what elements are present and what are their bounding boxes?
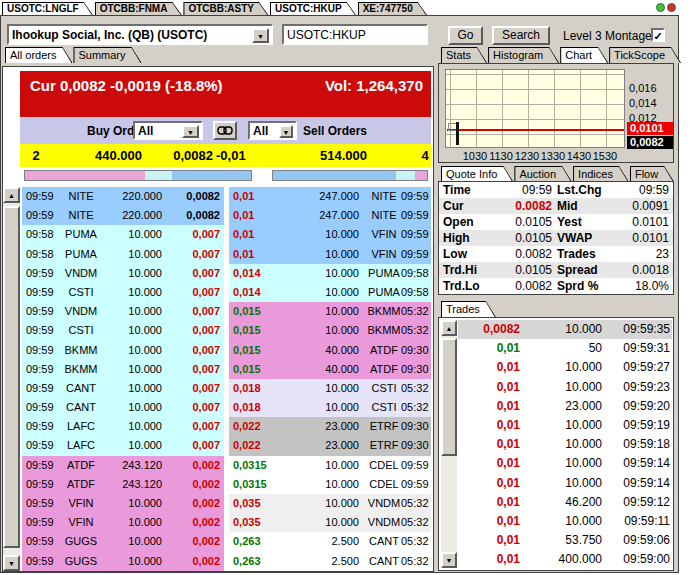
bid-mm: LAFC — [58, 417, 104, 436]
workspace-tab-xe-747750[interactable]: XE:747750 — [358, 2, 428, 16]
book-row[interactable]: 09:59VFIN10.0000,0020,03510.000VNDM05:32 — [22, 513, 431, 532]
ask-size: 23.000 — [287, 417, 359, 436]
book-row[interactable]: 09:59CSTI10.0000,0070,01510.000BKMM05:32 — [22, 321, 431, 340]
tab-quote-info[interactable]: Quote Info — [441, 166, 513, 182]
trades-list: 0,008210.00009:59:350,015009:59:310,0110… — [458, 320, 672, 570]
book-row[interactable]: 09:59LAFC10.0000,0070,02223.000ETRF09:30 — [22, 436, 431, 455]
quote-row: Time09:59Lst.Chg09:59 — [439, 182, 673, 198]
book-row[interactable]: 09:59GUGS10.0000,0020,2632.500CANT05:32 — [22, 552, 431, 571]
chevron-down-icon[interactable]: ▼ — [252, 28, 269, 43]
bid-time: 09:59 — [26, 552, 56, 571]
quote-row: Trd.Hi0.0105Spread0.0018 — [439, 262, 673, 278]
quote-label: Cur — [443, 199, 464, 213]
tab-chart[interactable]: Chart — [560, 47, 608, 63]
ask-time: 09:59 — [401, 245, 429, 264]
link-filters-button[interactable] — [213, 121, 237, 140]
ask-size: 10.000 — [287, 245, 359, 264]
best-bid-price: 0,0082 — [150, 148, 213, 163]
book-row[interactable]: 09:58PUMA10.0000,0070,0110.000VFIN09:59 — [22, 245, 431, 264]
scroll-up-icon[interactable]: ▲ — [3, 187, 20, 203]
book-row[interactable]: 09:59ATDF243.1200,0020,031510.000CDEL09:… — [22, 475, 431, 494]
book-row[interactable]: 09:59VNDM10.0000,0070,01410.000PUMA09:58 — [22, 264, 431, 283]
book-row[interactable]: 09:59VNDM10.0000,0070,01510.000BKMM05:32 — [22, 302, 431, 321]
ask-time: 05:32 — [401, 513, 429, 532]
book-scrollbar-thumb[interactable] — [3, 206, 20, 548]
current-price-text: Cur 0,0082 -0,0019 (-18.8%) — [30, 77, 223, 94]
workspace-tab-otcbb-fnma[interactable]: OTCBB:FNMA — [95, 2, 183, 16]
book-row[interactable]: 09:59NITE220.0000,00820,01247.000NITE09:… — [22, 206, 431, 225]
current-price-header: Cur 0,0082 -0,0019 (-18.8%) Vol: 1,264,3… — [20, 71, 431, 117]
tab-tickscope[interactable]: TickScope — [609, 47, 681, 63]
trade-row[interactable]: 0,015009:59:31 — [458, 339, 672, 358]
buy-filter-select[interactable]: All ▼ — [133, 121, 203, 140]
trade-row[interactable]: 0,0110.00009:59:14 — [458, 474, 672, 493]
sell-filter-select[interactable]: All ▼ — [248, 121, 297, 140]
tab-summary[interactable]: Summary — [73, 47, 141, 63]
book-row[interactable]: 09:59CSTI10.0000,0070,01410.000PUMA09:58 — [22, 283, 431, 302]
trade-time: 09:59:14 — [604, 474, 670, 493]
book-row[interactable]: 09:59CANT10.0000,0070,01810.000CSTI05:32 — [22, 398, 431, 417]
chevron-down-icon[interactable]: ▼ — [279, 125, 293, 138]
bid-size: 10.000 — [106, 552, 162, 571]
workspace-tab-usotc-hkup[interactable]: USOTC:HKUP — [270, 2, 357, 16]
tab-stats[interactable]: Stats — [441, 47, 487, 63]
book-row[interactable]: 09:59GUGS10.0000,0020,2632.500CANT05:32 — [22, 532, 431, 551]
scroll-down-icon[interactable]: ▼ — [3, 555, 20, 571]
tab-auction[interactable]: Auction — [514, 166, 572, 182]
symbol-input[interactable] — [282, 24, 428, 45]
book-row[interactable]: 09:59CANT10.0000,0070,01810.000CSTI05:32 — [22, 379, 431, 398]
search-button[interactable]: Search — [492, 26, 550, 45]
trade-row[interactable]: 0,0146.20009:59:12 — [458, 493, 672, 512]
intraday-chart-plot[interactable] — [445, 69, 625, 148]
trade-price: 0,01 — [458, 512, 520, 531]
bid-price: 0,002 — [162, 494, 220, 513]
ask-size: 10.000 — [287, 398, 359, 417]
book-row[interactable]: 09:59LAFC10.0000,0070,02223.000ETRF09:30 — [22, 417, 431, 436]
bid-price: 0,002 — [162, 532, 220, 551]
scroll-down-icon[interactable]: ▼ — [441, 552, 457, 568]
trade-row[interactable]: 0,0110.00009:59:14 — [458, 454, 672, 473]
trade-row[interactable]: 0,008210.00009:59:35 — [458, 320, 672, 339]
tab-trades[interactable]: Trades — [441, 301, 496, 317]
workspace-tab-usotc-lnglf[interactable]: USOTC:LNGLF — [2, 2, 94, 16]
book-row[interactable]: 09:59BKMM10.0000,0070,01540.000ATDF09:30 — [22, 341, 431, 360]
bid-mm-count: 2 — [26, 148, 46, 163]
order-book: 09:59NITE220.0000,00820,01247.000NITE09:… — [22, 187, 431, 571]
book-row[interactable]: 09:59BKMM10.0000,0070,01540.000ATDF09:30 — [22, 360, 431, 379]
trade-row[interactable]: 0,01400.00009:59:00 — [458, 550, 672, 569]
book-row[interactable]: 09:59VFIN10.0000,0020,03510.000VNDM05:32 — [22, 494, 431, 513]
tab-label: Summary — [73, 47, 141, 61]
trade-row[interactable]: 0,0110.00009:59:27 — [458, 358, 672, 377]
go-button[interactable]: Go — [448, 26, 483, 45]
workspace-tab-otcbb-asty[interactable]: OTCBB:ASTY — [183, 2, 269, 16]
scroll-up-icon[interactable]: ▲ — [441, 320, 457, 336]
trade-row[interactable]: 0,0110.00009:59:18 — [458, 435, 672, 454]
bid-size: 10.000 — [106, 321, 162, 340]
ask-mm: CDEL — [363, 456, 405, 475]
book-row[interactable]: 09:59NITE220.0000,00820,01247.000NITE09:… — [22, 187, 431, 206]
trades-scrollbar-thumb[interactable] — [441, 338, 457, 456]
ask-mm-count: 4 — [416, 148, 434, 163]
workspace-tab-bar: USOTC:LNGLFOTCBB:FNMAOTCBB:ASTYUSOTC:HKU… — [2, 2, 429, 16]
trade-row[interactable]: 0,0123.00009:59:20 — [458, 397, 672, 416]
trade-row[interactable]: 0,0153.75009:59:06 — [458, 531, 672, 550]
chevron-down-icon[interactable]: ▼ — [182, 125, 199, 138]
book-scrollbar[interactable]: ▲ ▼ — [3, 187, 20, 571]
tab-indices[interactable]: Indices — [573, 166, 629, 182]
trade-row[interactable]: 0,0110.00009:59:19 — [458, 416, 672, 435]
tab-flow[interactable]: Flow — [630, 166, 674, 182]
book-row[interactable]: 09:58PUMA10.0000,0070,0110.000VFIN09:59 — [22, 225, 431, 244]
level3-montage-checkbox[interactable]: ✓ — [651, 28, 665, 42]
depth-bar-segment — [396, 171, 414, 180]
tab-all-orders[interactable]: All orders — [5, 47, 72, 63]
book-row[interactable]: 09:59ATDF243.1200,0020,031510.000CDEL09:… — [22, 456, 431, 475]
trade-row[interactable]: 0,0110.00009:59:11 — [458, 512, 672, 531]
tab-histogram[interactable]: Histogram — [488, 47, 559, 63]
trade-row[interactable]: 0,0110.00009:59:23 — [458, 378, 672, 397]
symbol-combobox[interactable]: Ihookup Social, Inc. (QB) (USOTC) ▼ — [7, 24, 273, 45]
red-light-icon — [667, 3, 676, 12]
trades-scrollbar[interactable]: ▲ ▼ — [441, 320, 457, 568]
ask-size: 40.000 — [287, 341, 359, 360]
quote-row: Cur0.0082Mid0.0091 — [439, 198, 673, 214]
ask-size: 247.000 — [287, 187, 359, 206]
